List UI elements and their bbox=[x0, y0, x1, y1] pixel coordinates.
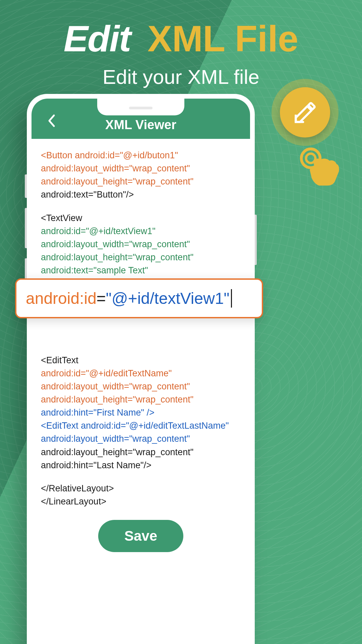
code-block-closing: </RelativeLayout> </LinearLayout> bbox=[41, 482, 241, 508]
tap-hand-icon bbox=[297, 144, 344, 191]
text-cursor bbox=[231, 289, 232, 308]
edit-attr-name: android:id bbox=[26, 289, 97, 308]
edit-icon bbox=[293, 100, 318, 125]
edit-equals: = bbox=[97, 289, 106, 308]
hero-banner: Edit XML File Edit your XML file bbox=[0, 0, 362, 89]
code-block-edittext1: <EditText android:id="@+id/editTextName"… bbox=[41, 354, 241, 472]
save-button[interactable]: Save bbox=[98, 520, 183, 552]
back-button[interactable] bbox=[42, 112, 61, 132]
edit-fab-button[interactable] bbox=[280, 87, 330, 138]
phone-frame: XML Viewer <Button android:id="@+id/buto… bbox=[27, 94, 255, 644]
edit-attr-value: "@+id/textView1" bbox=[106, 289, 230, 308]
inline-edit-field[interactable]: android:id="@+id/textView1" bbox=[15, 278, 263, 318]
code-block-button: <Button android:id="@+id/buton1" android… bbox=[41, 149, 241, 202]
hero-edit-word: Edit bbox=[64, 18, 131, 59]
xml-code-viewer[interactable]: <Button android:id="@+id/buton1" android… bbox=[32, 139, 250, 528]
hero-xml-file: XML File bbox=[147, 18, 298, 59]
phone-notch bbox=[97, 99, 184, 115]
header-title: XML Viewer bbox=[105, 118, 176, 132]
edit-fab-glow bbox=[272, 79, 339, 146]
